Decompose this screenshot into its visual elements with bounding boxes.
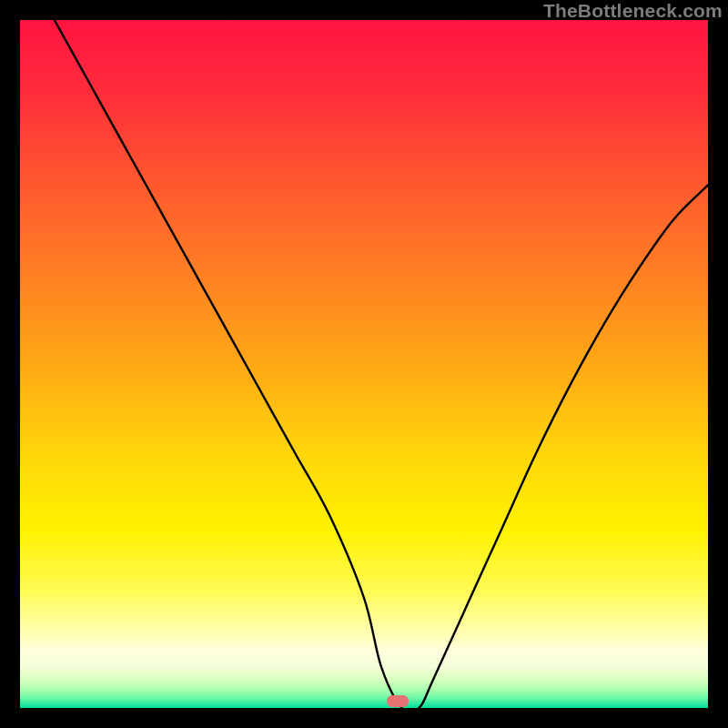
chart-plot [20,20,708,708]
optimal-marker [387,695,409,707]
chart-frame [20,20,708,708]
chart-background [20,20,708,708]
watermark-text: TheBottleneck.com [543,0,723,22]
